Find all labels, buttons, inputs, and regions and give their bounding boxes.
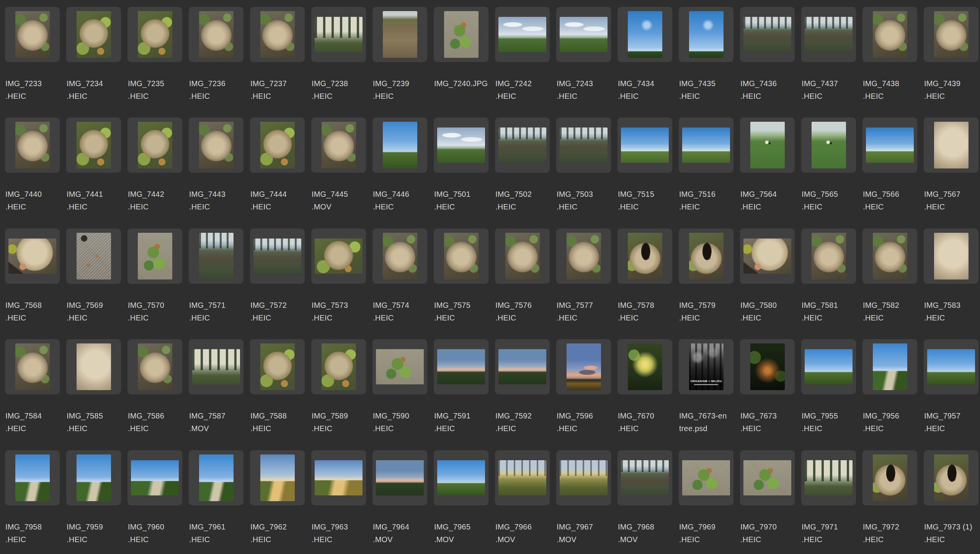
file-thumbnail[interactable]	[934, 122, 969, 168]
file-name[interactable]: IMG_7439 .HEIC	[924, 77, 978, 103]
file-cell[interactable]: IMG_7440 .HEIC	[0, 111, 61, 221]
file-thumbnail[interactable]	[77, 343, 111, 390]
file-cell[interactable]: IMG_7238 .HEIC	[306, 0, 368, 111]
file-name[interactable]: IMG_7242 .HEIC	[495, 77, 549, 103]
file-name[interactable]: IMG_7673 .HEIC	[740, 410, 794, 435]
file-name[interactable]: IMG_7585 .HEIC	[67, 410, 120, 435]
file-cell[interactable]: IMG_7967 .MOV	[551, 443, 612, 554]
file-name[interactable]: IMG_7965 .MOV	[434, 521, 488, 546]
thumbnail-card[interactable]	[311, 450, 366, 505]
thumbnail-card[interactable]	[924, 7, 978, 62]
file-cell[interactable]: IMG_7243 .HEIC	[551, 0, 612, 111]
thumbnail-card[interactable]	[372, 118, 427, 173]
file-thumbnail[interactable]	[934, 11, 969, 58]
file-cell[interactable]: IMG_7673 .HEIC	[735, 332, 796, 443]
file-cell[interactable]: IMG_7446 .HEIC	[368, 111, 429, 221]
file-name[interactable]: IMG_7970 .HEIC	[740, 521, 794, 546]
thumbnail-card[interactable]	[495, 7, 550, 62]
file-name[interactable]: IMG_7503 .HEIC	[557, 188, 610, 213]
file-name[interactable]: IMG_7590 .HEIC	[373, 410, 426, 435]
file-name[interactable]: IMG_7434 .HEIC	[618, 77, 671, 103]
thumbnail-card[interactable]	[617, 339, 672, 394]
file-thumbnail[interactable]	[498, 17, 546, 52]
thumbnail-card[interactable]	[740, 7, 795, 62]
file-name[interactable]: IMG_7963 .HEIC	[312, 521, 365, 546]
file-cell[interactable]: IMG_7969 .HEIC	[674, 443, 735, 554]
thumbnail-card[interactable]	[311, 118, 366, 173]
file-name[interactable]: IMG_7240.JPG	[434, 77, 488, 103]
file-name[interactable]: IMG_7239 .HEIC	[373, 77, 426, 103]
file-thumbnail[interactable]	[131, 460, 179, 495]
file-name[interactable]: IMG_7564 .HEIC	[740, 188, 794, 213]
thumbnail-card[interactable]	[127, 118, 182, 173]
thumbnail-card[interactable]	[679, 118, 733, 173]
file-cell[interactable]: IMG_7591 .HEIC	[429, 332, 490, 443]
file-thumbnail[interactable]	[15, 343, 50, 390]
file-thumbnail[interactable]	[927, 349, 975, 384]
file-cell[interactable]: IMG_7240.JPG	[429, 0, 490, 111]
file-name[interactable]: IMG_7237 .HEIC	[250, 77, 304, 103]
file-name[interactable]: IMG_7568 .HEIC	[5, 299, 59, 324]
file-name[interactable]: IMG_7967 .MOV	[557, 521, 610, 546]
file-cell[interactable]: IMG_7971 .HEIC	[796, 443, 858, 554]
file-cell[interactable]: IMG_7966 .MOV	[490, 443, 551, 554]
file-thumbnail[interactable]	[253, 239, 301, 274]
file-name[interactable]: IMG_7515 .HEIC	[618, 188, 671, 213]
file-name[interactable]: IMG_7958 .HEIC	[5, 521, 59, 546]
thumbnail-card[interactable]	[495, 229, 550, 284]
file-cell[interactable]: IMG_7235 .HEIC	[122, 0, 184, 111]
file-thumbnail[interactable]	[805, 349, 853, 384]
file-name[interactable]: IMG_7955 .HEIC	[802, 410, 855, 435]
thumbnail-card[interactable]	[372, 339, 427, 394]
thumbnail-card[interactable]	[740, 450, 795, 505]
file-thumbnail[interactable]	[315, 17, 363, 52]
file-cell[interactable]: IMG_7959 .HEIC	[61, 443, 122, 554]
file-thumbnail[interactable]	[682, 127, 730, 163]
file-thumbnail[interactable]	[199, 454, 234, 501]
file-cell[interactable]: IMG_7233 .HEIC	[0, 0, 61, 111]
file-cell[interactable]: IMG_7570 .HEIC	[122, 222, 184, 332]
thumbnail-card[interactable]	[617, 7, 672, 62]
file-cell[interactable]: IMG_7577 .HEIC	[551, 222, 612, 332]
thumbnail-card[interactable]	[311, 7, 366, 62]
file-name[interactable]: IMG_7577 .HEIC	[557, 299, 610, 324]
file-thumbnail[interactable]	[77, 122, 111, 168]
file-cell[interactable]: IMG_7566 .HEIC	[858, 111, 919, 221]
thumbnail-card[interactable]	[495, 339, 550, 394]
file-thumbnail[interactable]	[567, 233, 601, 279]
file-thumbnail[interactable]	[689, 233, 724, 279]
file-cell[interactable]: IMG_7580 .HEIC	[735, 222, 796, 332]
file-cell[interactable]: IMG_7516 .HEIC	[674, 111, 735, 221]
file-cell[interactable]: IMG_7439 .HEIC	[919, 0, 980, 111]
file-cell[interactable]: IMG_7586 .HEIC	[122, 332, 184, 443]
file-name[interactable]: IMG_7973 (1) .HEIC	[924, 521, 978, 546]
file-thumbnail[interactable]	[873, 343, 907, 390]
file-thumbnail[interactable]	[628, 233, 662, 279]
file-thumbnail[interactable]	[437, 127, 485, 163]
file-cell[interactable]: IMG_7579 .HEIC	[674, 222, 735, 332]
thumbnail-card[interactable]	[617, 450, 672, 505]
file-thumbnail[interactable]	[682, 460, 730, 495]
thumbnail-card[interactable]	[434, 339, 488, 394]
file-name[interactable]: IMG_7566 .HEIC	[863, 188, 916, 213]
file-name[interactable]: IMG_7960 .HEIC	[128, 521, 181, 546]
file-cell[interactable]: IMG_7437 .HEIC	[796, 0, 858, 111]
thumbnail-card[interactable]	[801, 7, 856, 62]
file-thumbnail[interactable]	[812, 122, 846, 168]
file-thumbnail[interactable]	[567, 343, 601, 390]
file-thumbnail[interactable]	[322, 343, 356, 390]
file-thumbnail[interactable]	[77, 233, 111, 279]
file-cell[interactable]: IMG_7592 .HEIC	[490, 332, 551, 443]
thumbnail-card[interactable]	[862, 118, 917, 173]
file-thumbnail[interactable]	[260, 11, 295, 58]
file-cell[interactable]: IMG_7438 .HEIC	[858, 0, 919, 111]
thumbnail-card[interactable]: ORGANISM = MILIEU	[679, 339, 733, 394]
file-thumbnail[interactable]	[260, 454, 295, 501]
file-name[interactable]: IMG_7956 .HEIC	[863, 410, 916, 435]
file-name[interactable]: IMG_7438 .HEIC	[863, 77, 916, 103]
thumbnail-card[interactable]	[434, 7, 488, 62]
thumbnail-card[interactable]	[617, 118, 672, 173]
thumbnail-card[interactable]	[434, 450, 488, 505]
file-name[interactable]: IMG_7446 .HEIC	[373, 188, 426, 213]
file-cell[interactable]: IMG_7571 .HEIC	[184, 222, 245, 332]
